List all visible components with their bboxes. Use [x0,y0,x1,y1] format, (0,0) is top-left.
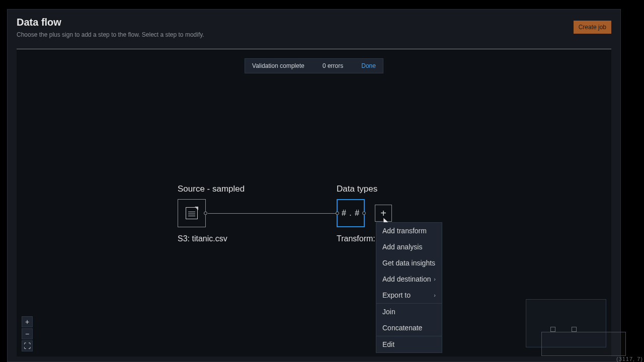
types-node[interactable]: # . # [337,199,365,227]
minimap[interactable] [526,299,606,347]
menu-export-to-label: Export to [382,291,411,299]
source-node[interactable] [178,199,206,227]
types-section-title: Data types [337,184,377,194]
page-title: Data flow [17,17,611,28]
menu-concatenate[interactable]: Concatenate [376,320,442,336]
coords-readout: (3117, 7) [616,356,643,362]
source-output-port[interactable] [204,212,207,215]
menu-add-transform[interactable]: Add transform [376,223,442,239]
zoom-controls: + − ⛶ [22,316,33,351]
minimap-node [550,327,555,332]
menu-add-destination-label: Add destination [382,275,431,283]
chevron-right-icon: › [434,276,436,282]
types-output-port[interactable] [362,212,366,215]
flow-canvas[interactable]: Validation complete 0 errors Done Source… [17,49,611,356]
header: Data flow Choose the plus sign to add a … [8,10,620,42]
chevron-right-icon: › [434,292,436,298]
app-panel: Data flow Choose the plus sign to add a … [7,9,621,362]
menu-edit[interactable]: Edit [376,336,442,352]
zoom-in-button[interactable]: + [22,316,33,327]
page-subtitle: Choose the plus sign to add a step to th… [17,31,611,38]
file-icon [186,207,198,219]
edge-source-to-types [208,213,336,214]
menu-add-destination[interactable]: Add destination › [376,271,442,287]
menu-add-analysis[interactable]: Add analysis [376,239,442,255]
menu-get-data-insights[interactable]: Get data insights [376,255,442,271]
types-input-port[interactable] [336,212,339,215]
node-area: Source - sampled S3: titanic.csv Data ty… [17,49,611,356]
add-step-button[interactable]: + [375,205,392,222]
zoom-fit-button[interactable]: ⛶ [22,340,33,351]
menu-export-to[interactable]: Export to › [376,287,442,304]
minimap-viewport[interactable] [541,332,626,356]
create-job-button[interactable]: Create job [574,21,611,34]
hash-icon: # . # [342,209,360,218]
zoom-out-button[interactable]: − [22,328,33,339]
add-step-context-menu: Add transform Add analysis Get data insi… [376,222,442,353]
minimap-node [572,327,577,332]
types-node-label: Transform: [337,234,375,243]
source-node-label: S3: titanic.csv [178,234,227,243]
menu-join[interactable]: Join [376,304,442,320]
source-section-title: Source - sampled [178,184,245,194]
